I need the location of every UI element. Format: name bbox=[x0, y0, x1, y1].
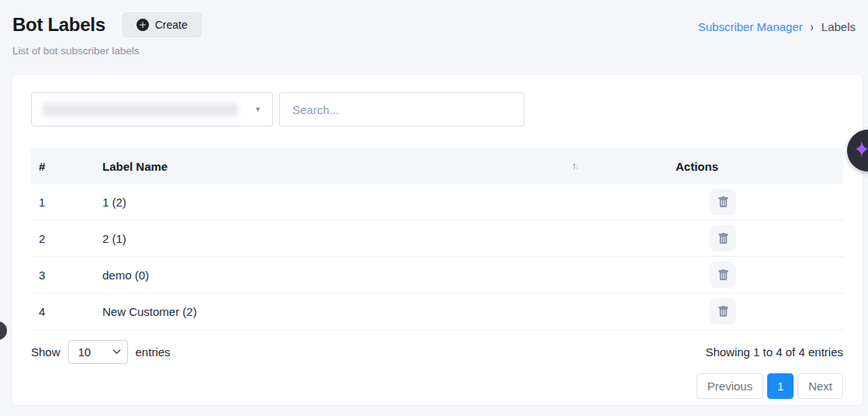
delete-button[interactable] bbox=[710, 262, 736, 288]
bot-labels-page: Bot Labels Create List of bot subscriber… bbox=[0, 0, 868, 416]
caret-down-icon: ▼ bbox=[254, 106, 261, 113]
row-label: 2 (1) bbox=[102, 232, 595, 245]
breadcrumb-link-subscriber-manager[interactable]: Subscriber Manager bbox=[698, 20, 803, 33]
bot-select[interactable]: ▼ bbox=[31, 92, 273, 127]
sparkle-icon bbox=[852, 139, 868, 162]
breadcrumb: Subscriber Manager › Labels bbox=[698, 20, 856, 33]
create-button[interactable]: Create bbox=[123, 12, 202, 37]
table-footer: Show 10 entries Showing 1 to 4 of 4 entr… bbox=[31, 340, 843, 364]
entries-label: entries bbox=[136, 345, 171, 359]
table-row: 3 demo (0) bbox=[31, 257, 843, 293]
delete-button[interactable] bbox=[710, 225, 736, 251]
sort-icon[interactable]: ↑↓ bbox=[572, 161, 595, 172]
search-input[interactable] bbox=[279, 92, 524, 127]
breadcrumb-current: Labels bbox=[821, 20, 856, 33]
sort-desc-icon: ↓ bbox=[575, 161, 578, 172]
table-row: 4 New Customer (2) bbox=[31, 293, 843, 330]
left-edge-button[interactable] bbox=[0, 321, 7, 340]
table-body: 1 1 (2) 2 2 (1) bbox=[31, 184, 843, 330]
filters-bar: ▼ bbox=[31, 92, 843, 127]
table-row: 2 2 (1) bbox=[31, 220, 843, 257]
trash-icon bbox=[718, 233, 729, 244]
row-index: 4 bbox=[31, 305, 102, 318]
row-index: 3 bbox=[31, 269, 102, 282]
pagination: Previous 1 Next bbox=[31, 373, 843, 399]
row-label: demo (0) bbox=[102, 269, 595, 282]
plus-circle-icon bbox=[137, 19, 149, 31]
page-title: Bot Labels bbox=[12, 14, 105, 36]
breadcrumb-separator-icon: › bbox=[811, 19, 814, 33]
next-page-button[interactable]: Next bbox=[797, 373, 843, 399]
trash-icon bbox=[718, 269, 729, 281]
labels-card: ▼ # Label Name ↑↓ Actions 1 1 (2) bbox=[11, 74, 863, 406]
bot-select-redacted-value bbox=[43, 103, 238, 116]
row-index: 1 bbox=[31, 196, 102, 209]
show-label: Show bbox=[31, 345, 61, 359]
column-header-index: # bbox=[31, 160, 102, 173]
create-button-label: Create bbox=[155, 19, 188, 31]
page-1-button[interactable]: 1 bbox=[767, 373, 794, 399]
row-label: New Customer (2) bbox=[102, 305, 595, 318]
page-header: Bot Labels Create List of bot subscriber… bbox=[0, 0, 868, 57]
row-label: 1 (2) bbox=[102, 196, 595, 209]
table-row: 1 1 (2) bbox=[31, 184, 843, 220]
entries-summary: Showing 1 to 4 of 4 entries bbox=[705, 345, 843, 359]
table-header-row: # Label Name ↑↓ Actions bbox=[31, 148, 843, 184]
delete-button[interactable] bbox=[710, 189, 736, 215]
column-header-actions: Actions bbox=[595, 160, 843, 173]
page-size-select[interactable]: 10 bbox=[68, 340, 128, 364]
row-index: 2 bbox=[31, 232, 102, 245]
trash-icon bbox=[718, 196, 729, 208]
column-header-label[interactable]: Label Name ↑↓ bbox=[102, 160, 595, 173]
trash-icon bbox=[718, 306, 729, 317]
delete-button[interactable] bbox=[710, 298, 736, 324]
previous-page-button[interactable]: Previous bbox=[697, 373, 763, 399]
page-subtitle: List of bot subscriber labels bbox=[12, 45, 856, 57]
labels-table: # Label Name ↑↓ Actions 1 1 (2) 2 2 ( bbox=[31, 148, 843, 330]
